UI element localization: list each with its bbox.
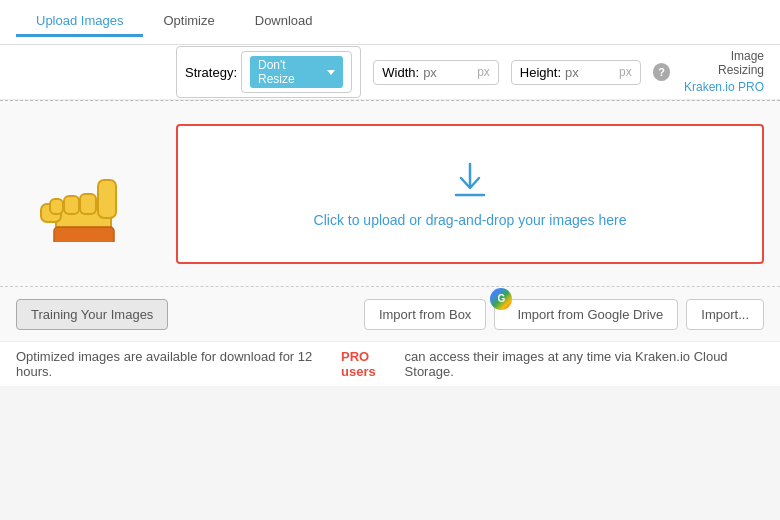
svg-rect-4 (64, 196, 79, 214)
height-field: Height: px (511, 60, 641, 85)
height-unit: px (619, 65, 632, 79)
svg-rect-2 (98, 180, 116, 218)
google-icon: G (490, 288, 512, 310)
upload-text: Click to upload or drag-and-drop your im… (314, 212, 627, 228)
image-resizing-title: Image Resizing (682, 49, 764, 77)
strategy-select[interactable]: Don't Resize (241, 51, 352, 93)
pro-users-link[interactable]: PRO users (341, 349, 405, 379)
strategy-label: Strategy: (185, 65, 237, 80)
footer: Optimized images are available for downl… (0, 341, 780, 386)
width-unit: px (477, 65, 490, 79)
svg-rect-5 (50, 199, 63, 214)
download-arrow-icon (450, 160, 490, 200)
upload-dropzone[interactable]: Click to upload or drag-and-drop your im… (176, 124, 764, 264)
hand-icon-area (16, 142, 156, 246)
svg-rect-3 (80, 194, 96, 214)
image-resizing-box: Image Resizing Kraken.io PRO (682, 49, 764, 95)
kraken-pro-link[interactable]: Kraken.io PRO (684, 80, 764, 94)
height-input[interactable] (565, 65, 615, 80)
svg-rect-6 (54, 227, 114, 242)
height-label: Height: (520, 65, 561, 80)
width-label: Width: (382, 65, 419, 80)
import-more-button[interactable]: Import... (686, 299, 764, 330)
import-row: Training Your Images Import from Box G I… (0, 286, 780, 341)
progress-bar-container: Upload Images Optimize Download (0, 0, 780, 45)
tab-upload[interactable]: Upload Images (16, 7, 143, 37)
width-input[interactable] (423, 65, 473, 80)
upload-section: Click to upload or drag-and-drop your im… (0, 101, 780, 286)
footer-text: Optimized images are available for downl… (16, 349, 337, 379)
strategy-field: Strategy: Don't Resize (176, 46, 361, 98)
chevron-down-icon (327, 70, 335, 75)
tab-download[interactable]: Download (235, 7, 333, 37)
strategy-row: (optional) Strategy: Don't Resize Width:… (0, 45, 780, 100)
hand-pointing-icon (16, 142, 156, 242)
footer-rest-text: can access their images at any time via … (405, 349, 764, 379)
training-images-button[interactable]: Training Your Images (16, 299, 168, 330)
import-from-box-button[interactable]: Import from Box (364, 299, 486, 330)
progress-tabs: Upload Images Optimize Download (16, 7, 333, 37)
import-from-google-drive-button[interactable]: Import from Google Drive (494, 299, 678, 330)
width-field: Width: px (373, 60, 499, 85)
help-icon[interactable]: ? (653, 63, 671, 81)
strategy-value: Don't Resize (250, 56, 343, 88)
tab-optimize[interactable]: Optimize (143, 7, 234, 37)
